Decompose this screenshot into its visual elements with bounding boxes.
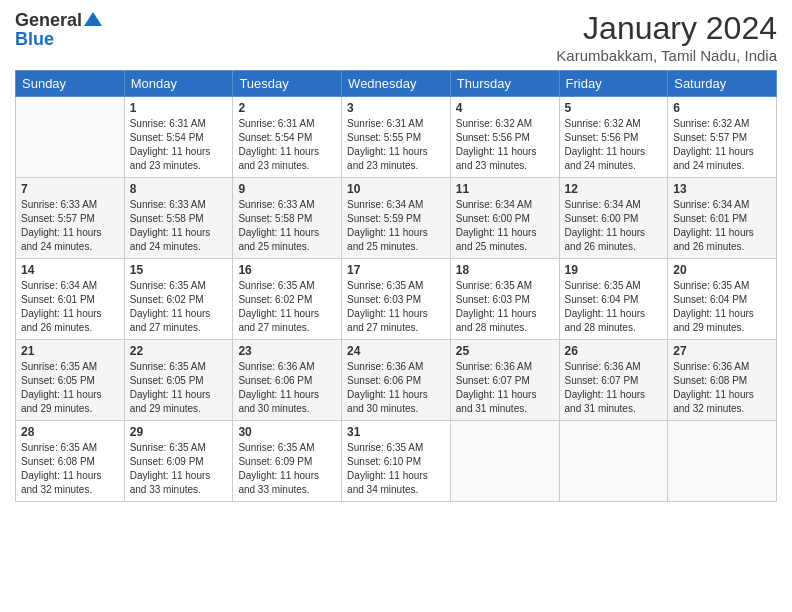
- logo-blue-text: Blue: [15, 29, 54, 50]
- calendar-cell: 12Sunrise: 6:34 AMSunset: 6:00 PMDayligh…: [559, 178, 668, 259]
- day-info: Sunrise: 6:35 AMSunset: 6:05 PMDaylight:…: [130, 360, 228, 416]
- day-info: Sunrise: 6:36 AMSunset: 6:06 PMDaylight:…: [347, 360, 445, 416]
- logo: General Blue: [15, 10, 102, 50]
- day-info: Sunrise: 6:31 AMSunset: 5:54 PMDaylight:…: [130, 117, 228, 173]
- day-number: 2: [238, 101, 336, 115]
- day-info: Sunrise: 6:34 AMSunset: 5:59 PMDaylight:…: [347, 198, 445, 254]
- day-number: 23: [238, 344, 336, 358]
- calendar-cell: 25Sunrise: 6:36 AMSunset: 6:07 PMDayligh…: [450, 340, 559, 421]
- calendar-cell: 30Sunrise: 6:35 AMSunset: 6:09 PMDayligh…: [233, 421, 342, 502]
- calendar-week-row: 7Sunrise: 6:33 AMSunset: 5:57 PMDaylight…: [16, 178, 777, 259]
- calendar-cell: 19Sunrise: 6:35 AMSunset: 6:04 PMDayligh…: [559, 259, 668, 340]
- day-info: Sunrise: 6:33 AMSunset: 5:58 PMDaylight:…: [238, 198, 336, 254]
- calendar-cell: 28Sunrise: 6:35 AMSunset: 6:08 PMDayligh…: [16, 421, 125, 502]
- day-number: 28: [21, 425, 119, 439]
- day-number: 30: [238, 425, 336, 439]
- calendar-cell: 24Sunrise: 6:36 AMSunset: 6:06 PMDayligh…: [342, 340, 451, 421]
- day-info: Sunrise: 6:31 AMSunset: 5:54 PMDaylight:…: [238, 117, 336, 173]
- calendar-cell: 8Sunrise: 6:33 AMSunset: 5:58 PMDaylight…: [124, 178, 233, 259]
- day-info: Sunrise: 6:35 AMSunset: 6:02 PMDaylight:…: [130, 279, 228, 335]
- day-info: Sunrise: 6:35 AMSunset: 6:10 PMDaylight:…: [347, 441, 445, 497]
- day-info: Sunrise: 6:34 AMSunset: 6:01 PMDaylight:…: [673, 198, 771, 254]
- day-number: 6: [673, 101, 771, 115]
- logo-general: General: [15, 10, 82, 31]
- day-info: Sunrise: 6:32 AMSunset: 5:56 PMDaylight:…: [565, 117, 663, 173]
- main-title: January 2024: [556, 10, 777, 47]
- calendar-cell: [450, 421, 559, 502]
- page: General Blue January 2024 Karumbakkam, T…: [0, 0, 792, 612]
- day-info: Sunrise: 6:33 AMSunset: 5:58 PMDaylight:…: [130, 198, 228, 254]
- calendar-cell: 16Sunrise: 6:35 AMSunset: 6:02 PMDayligh…: [233, 259, 342, 340]
- day-number: 10: [347, 182, 445, 196]
- day-number: 14: [21, 263, 119, 277]
- calendar-cell: 14Sunrise: 6:34 AMSunset: 6:01 PMDayligh…: [16, 259, 125, 340]
- day-info: Sunrise: 6:36 AMSunset: 6:07 PMDaylight:…: [456, 360, 554, 416]
- calendar-cell: 11Sunrise: 6:34 AMSunset: 6:00 PMDayligh…: [450, 178, 559, 259]
- day-number: 9: [238, 182, 336, 196]
- calendar-cell: 2Sunrise: 6:31 AMSunset: 5:54 PMDaylight…: [233, 97, 342, 178]
- calendar-cell: 6Sunrise: 6:32 AMSunset: 5:57 PMDaylight…: [668, 97, 777, 178]
- calendar-cell: 27Sunrise: 6:36 AMSunset: 6:08 PMDayligh…: [668, 340, 777, 421]
- day-info: Sunrise: 6:31 AMSunset: 5:55 PMDaylight:…: [347, 117, 445, 173]
- calendar-cell: 10Sunrise: 6:34 AMSunset: 5:59 PMDayligh…: [342, 178, 451, 259]
- day-info: Sunrise: 6:33 AMSunset: 5:57 PMDaylight:…: [21, 198, 119, 254]
- day-number: 18: [456, 263, 554, 277]
- calendar-cell: 9Sunrise: 6:33 AMSunset: 5:58 PMDaylight…: [233, 178, 342, 259]
- calendar-header-friday: Friday: [559, 71, 668, 97]
- day-info: Sunrise: 6:35 AMSunset: 6:08 PMDaylight:…: [21, 441, 119, 497]
- day-number: 11: [456, 182, 554, 196]
- day-info: Sunrise: 6:34 AMSunset: 6:01 PMDaylight:…: [21, 279, 119, 335]
- day-number: 26: [565, 344, 663, 358]
- day-number: 12: [565, 182, 663, 196]
- calendar-cell: 23Sunrise: 6:36 AMSunset: 6:06 PMDayligh…: [233, 340, 342, 421]
- calendar-cell: 29Sunrise: 6:35 AMSunset: 6:09 PMDayligh…: [124, 421, 233, 502]
- calendar-header-thursday: Thursday: [450, 71, 559, 97]
- day-number: 8: [130, 182, 228, 196]
- calendar-header-tuesday: Tuesday: [233, 71, 342, 97]
- day-number: 27: [673, 344, 771, 358]
- day-info: Sunrise: 6:35 AMSunset: 6:02 PMDaylight:…: [238, 279, 336, 335]
- calendar-week-row: 14Sunrise: 6:34 AMSunset: 6:01 PMDayligh…: [16, 259, 777, 340]
- day-number: 22: [130, 344, 228, 358]
- day-info: Sunrise: 6:34 AMSunset: 6:00 PMDaylight:…: [456, 198, 554, 254]
- day-info: Sunrise: 6:35 AMSunset: 6:04 PMDaylight:…: [673, 279, 771, 335]
- calendar-cell: [16, 97, 125, 178]
- calendar-header-wednesday: Wednesday: [342, 71, 451, 97]
- calendar-cell: 7Sunrise: 6:33 AMSunset: 5:57 PMDaylight…: [16, 178, 125, 259]
- day-info: Sunrise: 6:32 AMSunset: 5:56 PMDaylight:…: [456, 117, 554, 173]
- calendar-cell: 17Sunrise: 6:35 AMSunset: 6:03 PMDayligh…: [342, 259, 451, 340]
- calendar-cell: 1Sunrise: 6:31 AMSunset: 5:54 PMDaylight…: [124, 97, 233, 178]
- day-number: 5: [565, 101, 663, 115]
- calendar-cell: 15Sunrise: 6:35 AMSunset: 6:02 PMDayligh…: [124, 259, 233, 340]
- calendar-cell: [668, 421, 777, 502]
- day-info: Sunrise: 6:35 AMSunset: 6:03 PMDaylight:…: [347, 279, 445, 335]
- day-number: 16: [238, 263, 336, 277]
- day-info: Sunrise: 6:36 AMSunset: 6:06 PMDaylight:…: [238, 360, 336, 416]
- calendar-cell: 21Sunrise: 6:35 AMSunset: 6:05 PMDayligh…: [16, 340, 125, 421]
- calendar-header-saturday: Saturday: [668, 71, 777, 97]
- calendar-header-row: SundayMondayTuesdayWednesdayThursdayFrid…: [16, 71, 777, 97]
- calendar-table: SundayMondayTuesdayWednesdayThursdayFrid…: [15, 70, 777, 502]
- svg-marker-0: [84, 12, 102, 26]
- day-number: 3: [347, 101, 445, 115]
- day-number: 13: [673, 182, 771, 196]
- day-number: 31: [347, 425, 445, 439]
- calendar-cell: 26Sunrise: 6:36 AMSunset: 6:07 PMDayligh…: [559, 340, 668, 421]
- calendar-cell: [559, 421, 668, 502]
- calendar-cell: 18Sunrise: 6:35 AMSunset: 6:03 PMDayligh…: [450, 259, 559, 340]
- day-number: 20: [673, 263, 771, 277]
- day-number: 1: [130, 101, 228, 115]
- day-info: Sunrise: 6:34 AMSunset: 6:00 PMDaylight:…: [565, 198, 663, 254]
- calendar-cell: 31Sunrise: 6:35 AMSunset: 6:10 PMDayligh…: [342, 421, 451, 502]
- calendar-header-monday: Monday: [124, 71, 233, 97]
- day-info: Sunrise: 6:35 AMSunset: 6:09 PMDaylight:…: [130, 441, 228, 497]
- calendar-week-row: 21Sunrise: 6:35 AMSunset: 6:05 PMDayligh…: [16, 340, 777, 421]
- day-info: Sunrise: 6:36 AMSunset: 6:08 PMDaylight:…: [673, 360, 771, 416]
- calendar-cell: 4Sunrise: 6:32 AMSunset: 5:56 PMDaylight…: [450, 97, 559, 178]
- calendar-cell: 5Sunrise: 6:32 AMSunset: 5:56 PMDaylight…: [559, 97, 668, 178]
- day-info: Sunrise: 6:35 AMSunset: 6:09 PMDaylight:…: [238, 441, 336, 497]
- day-info: Sunrise: 6:32 AMSunset: 5:57 PMDaylight:…: [673, 117, 771, 173]
- day-number: 21: [21, 344, 119, 358]
- subtitle: Karumbakkam, Tamil Nadu, India: [556, 47, 777, 64]
- calendar-cell: 3Sunrise: 6:31 AMSunset: 5:55 PMDaylight…: [342, 97, 451, 178]
